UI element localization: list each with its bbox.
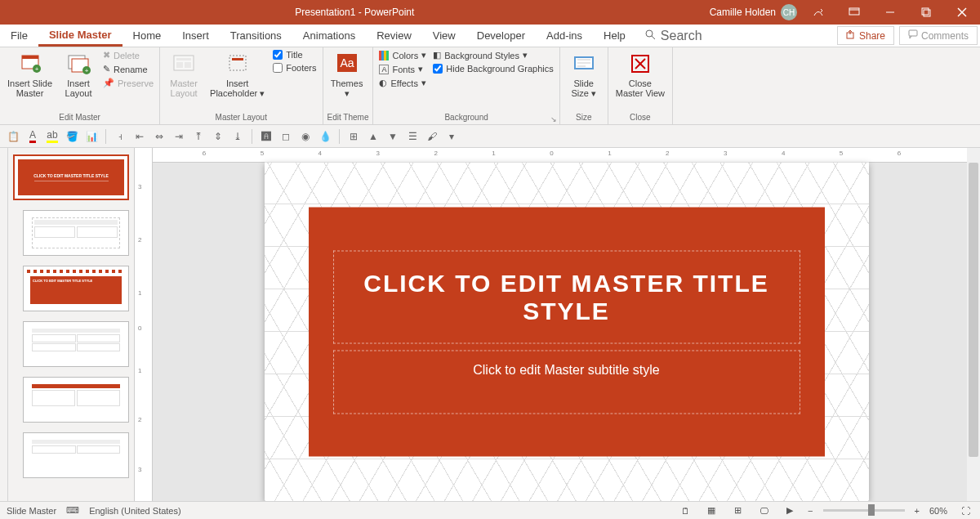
tab-home[interactable]: Home — [122, 25, 172, 47]
subtitle-placeholder[interactable]: Click to edit Master subtitle style — [333, 350, 800, 414]
colors-button[interactable]: Colors ▾ — [377, 49, 428, 61]
fonts-button[interactable]: AFonts ▾ — [377, 63, 428, 75]
insert-slide-master-button[interactable]: + Insert Slide Master — [4, 49, 56, 100]
chart-icon[interactable]: 📊 — [83, 128, 100, 145]
bg-launcher-icon[interactable]: ↘ — [550, 115, 557, 123]
group-master-layout: Master Layout Insert Placeholder ▾ Title… — [160, 47, 323, 124]
slide[interactable]: CLICK TO EDIT MASTER TITLE STYLE Click t… — [265, 163, 869, 502]
send-backward-icon[interactable]: ▼ — [385, 128, 401, 145]
tab-help[interactable]: Help — [593, 25, 636, 47]
tab-file[interactable]: File — [0, 25, 38, 47]
status-lang[interactable]: English (United States) — [89, 506, 181, 516]
notes-icon[interactable]: 🗒 — [677, 503, 693, 518]
accessibility-icon[interactable]: ⌨ — [66, 505, 79, 516]
tab-view[interactable]: View — [422, 25, 466, 47]
close-icon[interactable] — [944, 0, 980, 25]
textbox-icon[interactable]: 🅰 — [258, 128, 274, 145]
align-group-icon[interactable]: ⫞ — [112, 128, 128, 145]
tab-addins[interactable]: Add-ins — [536, 25, 593, 47]
outline-collapse[interactable] — [0, 148, 8, 501]
search-icon — [644, 29, 656, 43]
tab-animations[interactable]: Animations — [292, 25, 366, 47]
comments-button[interactable]: Comments — [899, 26, 978, 45]
shape-fill-icon[interactable]: 🪣 — [64, 128, 80, 145]
rename-button[interactable]: ✎Rename — [101, 63, 155, 75]
group-icon[interactable]: ⊞ — [345, 128, 362, 145]
simplify-ribbon-icon[interactable] — [800, 0, 836, 25]
tab-developer[interactable]: Developer — [466, 25, 536, 47]
title-checkbox[interactable]: Title — [271, 49, 318, 60]
thumb-layout-3[interactable] — [23, 321, 129, 367]
more-icon[interactable]: ▾ — [443, 128, 460, 145]
user-area[interactable]: Camille Holden CH — [710, 4, 800, 20]
eyedropper-icon[interactable]: 💧 — [317, 128, 333, 145]
fit-window-icon[interactable]: ⛶ — [957, 503, 973, 518]
bring-forward-icon[interactable]: ▲ — [365, 128, 381, 145]
share-button[interactable]: Share — [837, 26, 894, 45]
window-title: Presentation1 - PowerPoint — [295, 7, 414, 18]
hide-bg-checkbox[interactable]: Hide Background Graphics — [431, 63, 555, 74]
thumb-master[interactable]: CLICK TO EDIT MASTER TITLE STYLE — [13, 154, 129, 200]
user-avatar: CH — [781, 4, 797, 20]
tab-transitions[interactable]: Transitions — [220, 25, 292, 47]
slide-canvas[interactable]: 6543210123456 CLICK TO EDIT MASTER TITLE… — [153, 148, 980, 501]
vertical-scrollbar[interactable] — [967, 148, 980, 501]
thumb-layout-2[interactable]: CLICK TO EDIT MASTER TITLE STYLE — [23, 266, 129, 311]
shapes-icon[interactable]: ◻ — [278, 128, 294, 145]
bg-styles-button[interactable]: ◧Background Styles ▾ — [431, 49, 555, 61]
zoom-in-icon[interactable]: + — [915, 506, 920, 516]
align-middle-icon[interactable]: ⇕ — [210, 128, 226, 145]
thumb-layout-1[interactable] — [23, 210, 129, 256]
tab-slide-master[interactable]: Slide Master — [38, 25, 122, 47]
align-right-icon[interactable]: ⇥ — [171, 128, 187, 145]
colors-icon — [379, 51, 389, 60]
align-center-icon[interactable]: ⇔ — [151, 128, 167, 145]
insert-layout-button[interactable]: + Insert Layout — [59, 49, 98, 100]
preserve-button[interactable]: 📌Preserve — [101, 77, 155, 89]
effects-icon: ◐ — [379, 78, 387, 88]
close-master-button[interactable]: Close Master View — [612, 49, 668, 100]
preserve-icon: 📌 — [103, 78, 114, 88]
horizontal-ruler: 6543210123456 — [153, 148, 980, 163]
slide-size-button[interactable]: Slide Size ▾ — [564, 49, 604, 100]
normal-view-icon[interactable]: ▦ — [703, 503, 719, 518]
search-box[interactable]: Search — [636, 25, 710, 47]
thumb-layout-5[interactable] — [23, 432, 129, 478]
share-icon — [846, 29, 856, 42]
minimize-icon[interactable] — [872, 0, 908, 25]
effects-button[interactable]: ◐Effects ▾ — [377, 77, 428, 89]
thumbnail-pane[interactable]: CLICK TO EDIT MASTER TITLE STYLE CLICK T… — [8, 148, 135, 501]
align-bottom-icon[interactable]: ⤓ — [229, 128, 246, 145]
sorter-view-icon[interactable]: ⊞ — [729, 503, 746, 518]
format-painter-icon[interactable]: 🖌 — [424, 128, 440, 145]
font-color-icon[interactable]: A — [24, 128, 41, 145]
title-placeholder[interactable]: CLICK TO EDIT MASTER TITLE STYLE — [333, 250, 800, 343]
svg-rect-19 — [176, 58, 191, 60]
merge-icon[interactable]: ◉ — [297, 128, 314, 145]
highlight-icon[interactable]: ab — [44, 128, 60, 145]
zoom-out-icon[interactable]: − — [808, 506, 813, 516]
zoom-level[interactable]: 60% — [929, 506, 947, 516]
tab-review[interactable]: Review — [366, 25, 422, 47]
group-edit-master: + Insert Slide Master + Insert Layout ✖D… — [0, 47, 160, 124]
delete-button[interactable]: ✖Delete — [101, 49, 155, 61]
workspace: CLICK TO EDIT MASTER TITLE STYLE CLICK T… — [0, 148, 980, 501]
themes-button[interactable]: Aa Themes▾ — [327, 49, 367, 100]
group-edit-theme: Aa Themes▾ Edit Theme — [323, 47, 374, 124]
paste-icon[interactable]: 📋 — [5, 128, 21, 145]
scroll-thumb[interactable] — [969, 163, 978, 457]
display-options-icon[interactable] — [836, 0, 872, 25]
slideshow-icon[interactable]: ▶ — [782, 503, 798, 518]
comments-icon — [908, 29, 918, 42]
reading-view-icon[interactable]: 🖵 — [755, 503, 772, 518]
group-background: Colors ▾ AFonts ▾ ◐Effects ▾ ◧Background… — [373, 47, 559, 124]
align-left-icon[interactable]: ⇤ — [131, 128, 148, 145]
insert-placeholder-button[interactable]: Insert Placeholder ▾ — [207, 49, 268, 100]
zoom-slider[interactable] — [823, 509, 905, 512]
align-top-icon[interactable]: ⤒ — [190, 128, 207, 145]
maximize-icon[interactable] — [908, 0, 944, 25]
selection-pane-icon[interactable]: ☰ — [404, 128, 421, 145]
thumb-layout-4[interactable] — [23, 377, 129, 423]
tab-insert[interactable]: Insert — [172, 25, 220, 47]
footers-checkbox[interactable]: Footers — [271, 62, 318, 74]
